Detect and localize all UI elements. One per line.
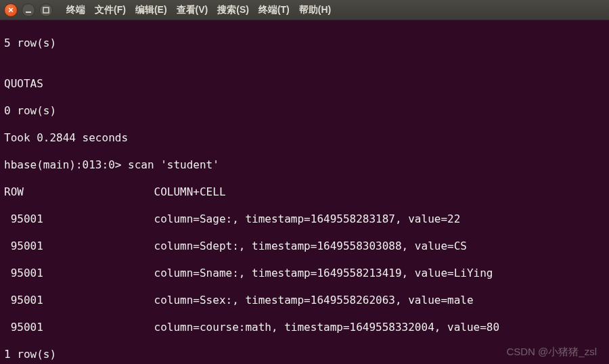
minimize-button[interactable] [22,3,35,17]
menu-help[interactable]: 帮助(H) [299,4,331,16]
menu-edit[interactable]: 编辑(E) [135,4,167,16]
output-line: 95001 column=Sname:, timestamp=164955821… [4,267,605,280]
output-line: QUOTAS [4,77,605,91]
output-line: 95001 column=Ssex:, timestamp=1649558262… [4,294,605,307]
close-icon: × [8,5,14,15]
prompt-line: hbase(main):013:0> scan 'student' [4,158,605,172]
output-line: 95001 column=Sage:, timestamp=1649558283… [4,212,605,226]
menu-bar: 终端 文件(F) 编辑(E) 查看(V) 搜索(S) 终端(T) 帮助(H) [66,4,331,16]
menu-terminal[interactable]: 终端(T) [258,4,290,16]
menu-file[interactable]: 文件(F) [95,4,126,16]
terminal-output[interactable]: 5 row(s) QUOTAS 0 row(s) Took 0.2844 sec… [0,20,609,364]
menu-terminal-left[interactable]: 终端 [66,4,85,16]
maximize-icon [43,7,49,14]
output-line: 95001 column=Sdept:, timestamp=164955830… [4,240,605,253]
close-button[interactable]: × [4,3,18,17]
output-line: ROW COLUMN+CELL [4,185,605,199]
svg-rect-1 [43,7,49,13]
maximize-button[interactable] [39,3,53,17]
svg-rect-0 [26,12,31,13]
output-line: 5 row(s) [4,37,605,50]
minimize-icon [25,7,32,14]
output-line: 95001 column=course:math, timestamp=1649… [4,321,605,334]
menu-view[interactable]: 查看(V) [177,4,208,16]
menu-search[interactable]: 搜索(S) [217,4,249,16]
output-line: 0 row(s) [4,104,605,118]
titlebar: × 终端 文件(F) 编辑(E) 查看(V) 搜索(S) 终端(T) 帮助(H) [0,0,609,20]
watermark: CSDN @小猪猪_zsl [506,346,597,359]
output-line: Took 0.2844 seconds [4,131,605,145]
